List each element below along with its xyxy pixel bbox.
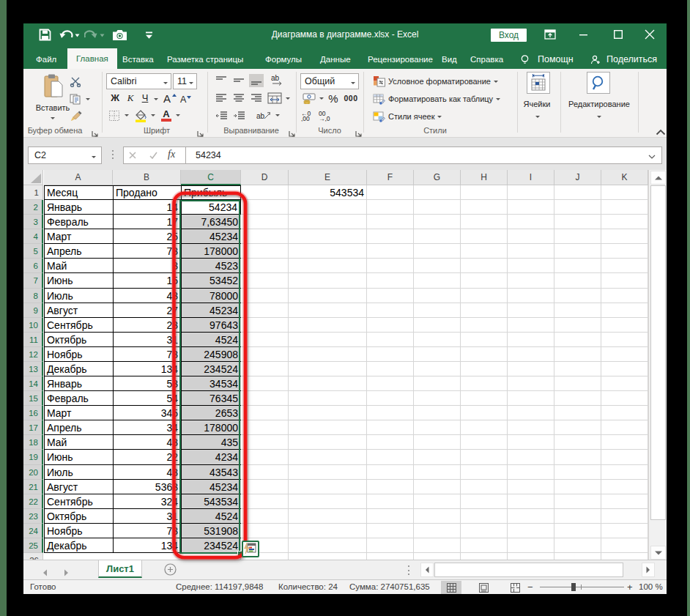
italic-button[interactable]: К — [125, 92, 136, 105]
align-top-button[interactable] — [214, 74, 229, 87]
tab-формулы[interactable]: Формулы — [256, 50, 311, 69]
maximize-button[interactable] — [606, 23, 630, 45]
sheet-nav-left-button[interactable] — [42, 566, 48, 579]
zoom-slider-thumb[interactable] — [571, 583, 576, 591]
row-header-13[interactable]: 13 — [23, 362, 43, 376]
increase-decimal-button[interactable]: ←0,00 — [300, 109, 316, 122]
zoom-in-button[interactable]: + — [627, 582, 633, 593]
cell-A1[interactable]: Месяц — [44, 185, 113, 200]
cell-A5[interactable]: Апрель — [44, 244, 113, 259]
cell-A16[interactable]: Март — [44, 406, 113, 420]
currency-dropdown[interactable] — [318, 94, 325, 102]
comma-style-button[interactable]: 000 — [343, 93, 359, 103]
minimize-button[interactable] — [572, 23, 596, 45]
row-header-2[interactable]: 2 — [23, 200, 43, 215]
cell-B14[interactable]: 53 — [113, 376, 181, 391]
row-header-21[interactable]: 21 — [23, 480, 43, 494]
hscroll-left-button[interactable] — [420, 563, 434, 577]
increase-indent-button[interactable] — [231, 109, 246, 122]
sheet-tab-list1[interactable]: Лист1 — [98, 560, 142, 578]
cell-B11[interactable]: 31 — [113, 333, 181, 347]
hscroll-right-button[interactable] — [642, 563, 655, 577]
cell-A24[interactable]: Ноябрь — [44, 524, 113, 538]
quick-analysis-button[interactable] — [242, 541, 259, 557]
underline-button[interactable]: Ч — [139, 92, 151, 105]
cell-B18[interactable]: 43 — [113, 435, 181, 450]
cell-B17[interactable]: 34 — [113, 420, 181, 435]
cell-B22[interactable]: 324 — [113, 494, 181, 509]
fill-color-button[interactable] — [133, 108, 148, 122]
tab-разметка-страницы[interactable]: Разметка страницы — [158, 50, 252, 69]
tab-вставка[interactable]: Вставка — [114, 50, 163, 69]
row-header-3[interactable]: 3 — [23, 215, 43, 229]
row-header-11[interactable]: 11 — [23, 333, 43, 347]
cell-B3[interactable]: 17 — [113, 215, 181, 229]
row-header-14[interactable]: 14 — [23, 376, 43, 391]
ribbon-display-options-button[interactable] — [538, 23, 562, 45]
row-header-9[interactable]: 9 — [23, 303, 43, 318]
collapse-ribbon-button[interactable] — [655, 127, 667, 136]
cell-B19[interactable]: 22 — [113, 450, 181, 465]
tab-справка[interactable]: Справка — [461, 50, 512, 69]
row-header-1[interactable]: 1 — [23, 185, 43, 200]
merge-dropdown[interactable] — [284, 94, 292, 102]
cell-B12[interactable]: 73 — [113, 347, 181, 362]
scroll-down-button[interactable] — [650, 546, 666, 560]
align-right-button[interactable] — [249, 92, 264, 105]
vertical-scrollbar[interactable] — [648, 170, 667, 560]
row-header-26[interactable]: 26 — [23, 553, 43, 560]
fill-color-dropdown[interactable] — [149, 111, 157, 119]
close-button[interactable] — [638, 23, 661, 45]
cell-A4[interactable]: Март — [44, 229, 113, 244]
currency-button[interactable] — [302, 92, 318, 105]
cell-B16[interactable]: 345 — [113, 406, 181, 420]
borders-button[interactable] — [107, 109, 122, 122]
increase-font-button[interactable]: A — [163, 92, 177, 105]
cell-A8[interactable]: Июль — [44, 289, 113, 303]
cell-B1[interactable]: Продано — [113, 185, 181, 200]
row-header-6[interactable]: 6 — [23, 259, 43, 273]
align-middle-button[interactable] — [231, 74, 246, 87]
cells-dropdown[interactable] — [533, 114, 542, 119]
cell-A15[interactable]: Февраль — [44, 391, 113, 406]
number-format-combo[interactable]: Общий — [300, 73, 359, 89]
column-header-G[interactable]: G — [414, 170, 461, 185]
cell-A17[interactable]: Апрель — [44, 420, 113, 435]
column-header-C[interactable]: C — [181, 170, 241, 185]
merge-center-button[interactable] — [267, 92, 283, 105]
decrease-indent-button[interactable] — [214, 109, 229, 122]
cell-styles-button[interactable]: Стили ячеек — [373, 110, 442, 123]
horizontal-scroll-thumb[interactable] — [434, 563, 623, 577]
expand-formula-bar[interactable] — [648, 152, 656, 162]
row-header-22[interactable]: 22 — [23, 494, 43, 509]
status-zoom-level[interactable]: 100 % — [639, 582, 663, 591]
row-header-19[interactable]: 19 — [23, 450, 43, 465]
cell-B6[interactable]: 3 — [113, 259, 181, 273]
zoom-out-button[interactable]: − — [527, 582, 533, 593]
cancel-button[interactable] — [128, 150, 137, 163]
editing-button[interactable] — [587, 72, 610, 94]
column-header-B[interactable]: B — [113, 170, 181, 185]
select-all-corner[interactable] — [23, 170, 43, 185]
cell-A7[interactable]: Июнь — [44, 273, 113, 289]
column-header-I[interactable]: I — [508, 170, 554, 185]
number-dialog-launcher[interactable] — [355, 127, 362, 133]
tab-рецензирование[interactable]: Рецензирование — [359, 50, 442, 69]
column-header-K[interactable]: K — [601, 170, 648, 185]
new-sheet-button[interactable] — [164, 563, 177, 579]
font-size-combo[interactable]: 11 — [173, 73, 197, 89]
cut-button[interactable] — [69, 76, 84, 88]
formula-input[interactable]: 54234 — [185, 146, 662, 164]
vertical-scroll-thumb[interactable] — [650, 185, 666, 520]
font-color-button[interactable]: А — [160, 108, 173, 122]
percent-button[interactable]: % — [327, 92, 340, 105]
cell-A9[interactable]: Август — [44, 303, 113, 318]
row-header-7[interactable]: 7 — [23, 273, 43, 289]
cell-B23[interactable]: 31 — [113, 509, 181, 524]
view-page-layout-button[interactable] — [473, 581, 494, 594]
cell-B4[interactable]: 25 — [113, 229, 181, 244]
cell-B21[interactable]: 5363 — [113, 480, 181, 494]
row-header-16[interactable]: 16 — [23, 406, 43, 420]
paste-button[interactable] — [39, 73, 67, 99]
cell-A19[interactable]: Июнь — [44, 450, 113, 465]
